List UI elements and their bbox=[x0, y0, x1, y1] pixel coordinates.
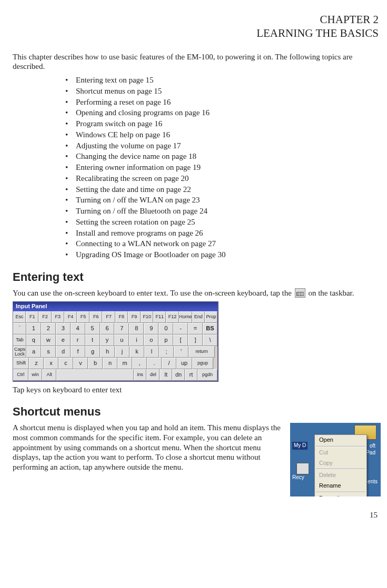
key-h[interactable]: h bbox=[100, 346, 115, 358]
key-f7[interactable]: F7 bbox=[102, 311, 115, 323]
key-x[interactable]: x bbox=[44, 358, 58, 369]
key-esc[interactable]: Esc bbox=[13, 311, 26, 323]
key-d[interactable]: d bbox=[56, 346, 71, 358]
key-6[interactable]: 6 bbox=[100, 323, 115, 334]
key-f9[interactable]: F9 bbox=[128, 311, 141, 323]
key-7[interactable]: 7 bbox=[114, 323, 129, 334]
keyboard-icon bbox=[295, 288, 305, 298]
menu-item-open[interactable]: Open bbox=[315, 435, 366, 445]
key-l[interactable]: l bbox=[144, 346, 159, 358]
key-a[interactable]: a bbox=[26, 346, 41, 358]
key-backslash[interactable]: \ bbox=[203, 334, 217, 346]
key-v[interactable]: v bbox=[73, 358, 88, 369]
key-8[interactable]: 8 bbox=[129, 323, 144, 334]
key-win[interactable]: win bbox=[28, 369, 43, 381]
key-2[interactable]: 2 bbox=[41, 323, 56, 334]
key-return[interactable]: return bbox=[188, 346, 215, 358]
key-f4[interactable]: F4 bbox=[64, 311, 77, 323]
key-1[interactable]: 1 bbox=[26, 323, 41, 334]
key-ins[interactable]: ins bbox=[134, 369, 147, 381]
key-n[interactable]: n bbox=[103, 358, 117, 369]
topic-item: Opening and closing programs on page 16 bbox=[76, 107, 381, 118]
key-c[interactable]: c bbox=[58, 358, 73, 369]
key-alt[interactable]: Alt bbox=[42, 369, 56, 381]
key-quote[interactable]: ' bbox=[174, 346, 188, 358]
desktop-screenshot: My D Recy oft Pad ents Open Cut Copy Del… bbox=[290, 423, 381, 496]
topic-item: Recalibrating the screen on page 20 bbox=[76, 173, 381, 184]
menu-separator bbox=[316, 469, 365, 470]
key-f11[interactable]: F11 bbox=[153, 311, 166, 323]
key-shift[interactable]: Shift bbox=[13, 358, 29, 369]
key-t[interactable]: t bbox=[85, 334, 100, 346]
key-left[interactable]: lt bbox=[160, 369, 172, 381]
key-right[interactable]: rt bbox=[185, 369, 197, 381]
key-pgdn[interactable]: pgdn bbox=[197, 369, 217, 381]
key-y[interactable]: y bbox=[100, 334, 115, 346]
key-f[interactable]: f bbox=[71, 346, 85, 358]
key-semicolon[interactable]: ; bbox=[159, 346, 174, 358]
page-number: 15 bbox=[13, 510, 381, 520]
key-3[interactable]: 3 bbox=[56, 323, 71, 334]
key-comma[interactable]: , bbox=[132, 358, 147, 369]
key-k[interactable]: k bbox=[130, 346, 144, 358]
key-space[interactable] bbox=[56, 369, 134, 381]
topic-item: Turning on / off the Bluetooth on page 2… bbox=[76, 206, 381, 217]
key-f2[interactable]: F2 bbox=[38, 311, 51, 323]
key-u[interactable]: u bbox=[114, 334, 129, 346]
key-4[interactable]: 4 bbox=[71, 323, 85, 334]
key-up[interactable]: up bbox=[176, 358, 192, 369]
key-e[interactable]: e bbox=[56, 334, 71, 346]
key-tab[interactable]: Tab bbox=[13, 334, 26, 346]
key-p[interactable]: p bbox=[158, 334, 173, 346]
key-f12[interactable]: F12 bbox=[166, 311, 178, 323]
key-down[interactable]: dn bbox=[172, 369, 185, 381]
key-m[interactable]: m bbox=[117, 358, 132, 369]
input-panel: Input Panel Esc F1 F2 F3 F4 F5 F6 F7 F8 … bbox=[13, 301, 219, 382]
key-o[interactable]: o bbox=[144, 334, 158, 346]
key-capslock[interactable]: Caps Lock bbox=[13, 346, 26, 358]
menu-item-properties[interactable]: Properties bbox=[315, 493, 366, 496]
menu-item-rename[interactable]: Rename bbox=[315, 481, 366, 491]
key-del[interactable]: del bbox=[146, 369, 160, 381]
desktop-label-wordpad: oft Pad bbox=[366, 443, 375, 456]
key-f6[interactable]: F6 bbox=[90, 311, 102, 323]
key-prop[interactable]: Prop bbox=[205, 311, 217, 323]
key-0[interactable]: 0 bbox=[158, 323, 173, 334]
key-g[interactable]: g bbox=[85, 346, 100, 358]
key-period[interactable]: . bbox=[147, 358, 162, 369]
key-9[interactable]: 9 bbox=[144, 323, 158, 334]
key-pgup[interactable]: pgup bbox=[192, 358, 213, 369]
key-f8[interactable]: F8 bbox=[115, 311, 128, 323]
key-b[interactable]: b bbox=[88, 358, 103, 369]
input-panel-titlebar: Input Panel bbox=[13, 302, 217, 311]
key-lbracket[interactable]: [ bbox=[173, 334, 188, 346]
key-w[interactable]: w bbox=[41, 334, 56, 346]
context-menu: Open Cut Copy Delete Rename Properties bbox=[314, 434, 367, 496]
key-backspace[interactable]: BS bbox=[203, 323, 217, 334]
key-f1[interactable]: F1 bbox=[26, 311, 38, 323]
key-f10[interactable]: F10 bbox=[141, 311, 153, 323]
topic-item: Entering owner information on page 19 bbox=[76, 162, 381, 173]
topic-item: Entering text on page 15 bbox=[76, 75, 381, 86]
key-q[interactable]: q bbox=[26, 334, 41, 346]
topic-item: Shortcut menus on page 15 bbox=[76, 86, 381, 97]
key-rbracket[interactable]: ] bbox=[188, 334, 203, 346]
key-z[interactable]: z bbox=[29, 358, 44, 369]
key-5[interactable]: 5 bbox=[85, 323, 100, 334]
key-minus[interactable]: - bbox=[173, 323, 188, 334]
key-f3[interactable]: F3 bbox=[52, 311, 64, 323]
key-end[interactable]: End bbox=[192, 311, 205, 323]
key-home[interactable]: Home bbox=[179, 311, 192, 323]
key-f5[interactable]: F5 bbox=[77, 311, 90, 323]
topic-item: Install and remove programs on page 26 bbox=[76, 228, 381, 239]
topic-item: Connecting to a WLAN network on page 27 bbox=[76, 238, 381, 249]
key-backtick[interactable]: ` bbox=[13, 323, 26, 334]
key-r[interactable]: r bbox=[71, 334, 85, 346]
key-equals[interactable]: = bbox=[188, 323, 203, 334]
key-j[interactable]: j bbox=[115, 346, 130, 358]
key-s[interactable]: s bbox=[41, 346, 56, 358]
key-i[interactable]: i bbox=[129, 334, 144, 346]
key-ctrl[interactable]: Ctrl bbox=[13, 369, 28, 381]
section-heading-shortcut-menus: Shortcut menus bbox=[13, 404, 381, 419]
key-slash[interactable]: / bbox=[162, 358, 176, 369]
